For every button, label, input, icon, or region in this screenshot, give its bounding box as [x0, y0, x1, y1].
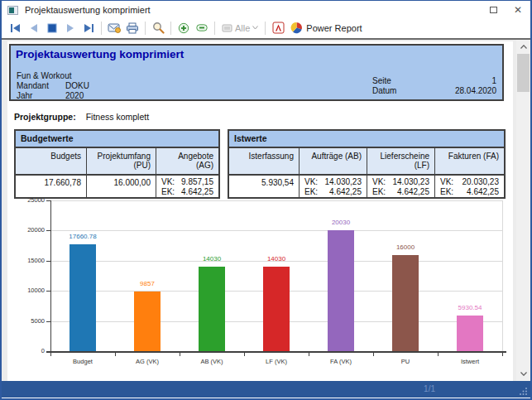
close-button[interactable]: ✕ — [506, 1, 530, 19]
bar-value-label: 17660.78 — [54, 233, 112, 240]
bar-value-label: 9857 — [118, 280, 176, 287]
datum-label: Datum — [372, 86, 396, 96]
y-axis-tick-label: 0 — [10, 347, 45, 354]
ab-value: VK:14.030,23 EK:4.642,25 — [300, 176, 367, 197]
ist-col-isterfassung: Isterfassung — [229, 148, 300, 174]
x-tick-mark — [438, 353, 439, 356]
lf-value: VK:14.030,23 EK:4.642,25 — [367, 176, 435, 197]
plot-border-right — [502, 200, 503, 351]
ag-value: VK:9.857,15 EK:4.642,25 — [156, 176, 218, 197]
alle-label: Alle — [235, 23, 250, 33]
jahr-value: 2020 — [65, 91, 84, 101]
zoom-button[interactable] — [149, 20, 167, 36]
bar-value-label: 14030 — [247, 255, 305, 263]
chart-bar — [457, 316, 483, 351]
pu-value: 16.000,00 — [87, 176, 156, 197]
budget-table-row: 17.660,78 16.000,00 VK:9.857,15 EK:4.642… — [16, 176, 218, 197]
projektgruppe-row: Projektgruppe: Fitness komplett — [14, 112, 149, 122]
chart-bar — [134, 292, 161, 351]
pages-icon — [222, 23, 232, 33]
next-page-button[interactable] — [61, 20, 79, 36]
y-axis-line — [50, 200, 51, 351]
first-page-icon — [10, 23, 22, 33]
power-report-button[interactable]: Power Report — [287, 21, 365, 35]
seite-value: 1 — [491, 76, 496, 86]
mandant-value: DOKU — [65, 81, 89, 91]
zoom-in-icon — [178, 22, 189, 34]
x-tick-mark — [244, 353, 245, 356]
scroll-up-button[interactable] — [516, 40, 530, 54]
zoom-out-button[interactable] — [193, 20, 211, 36]
toolbar-separator — [101, 22, 102, 35]
x-tick-mark — [180, 353, 180, 356]
toolbar-separator — [145, 22, 146, 35]
scrollbar-thumb[interactable] — [517, 54, 530, 92]
print-button[interactable] — [123, 20, 141, 36]
titlebar: Projektauswertung komprimiert ✕ — [2, 1, 530, 19]
zoom-out-icon — [196, 24, 208, 31]
fa-value: VK:20.030,23 EK:4.642,25 — [435, 176, 504, 197]
resize-grip[interactable] — [520, 387, 528, 395]
toolbar-separator — [170, 22, 171, 35]
toolbar: Alle Power Report — [2, 19, 530, 40]
chart-bar — [392, 255, 419, 352]
x-tick-mark — [50, 353, 51, 356]
projektgruppe-value: Fitness komplett — [86, 112, 149, 122]
gridline — [50, 230, 502, 231]
vk-label: VK: — [372, 177, 386, 187]
export-mail-icon — [108, 22, 121, 33]
bar-value-label: 5930.54 — [441, 304, 499, 311]
x-tick-mark — [115, 353, 116, 356]
chevron-up-icon — [520, 45, 527, 49]
first-page-button[interactable] — [7, 20, 25, 36]
next-page-icon — [65, 23, 75, 33]
chart-bar — [328, 230, 354, 351]
stop-icon — [47, 23, 57, 33]
chevron-down-icon — [252, 26, 258, 30]
y-axis-tick-label: 5000 — [10, 317, 45, 325]
ist-col-fa: Fakturen (FA) — [435, 148, 504, 174]
budget-col-pu: Projektumfang (PU) — [87, 148, 156, 174]
vk-label: VK: — [161, 177, 175, 187]
export-button[interactable] — [105, 20, 123, 36]
y-axis-tick-label: 25000 — [10, 196, 45, 204]
budget-col-ag: Angebote (AG) — [156, 148, 218, 174]
power-report-icon — [290, 22, 303, 34]
vertical-scrollbar[interactable] — [516, 40, 530, 381]
y-axis-tick-label: 15000 — [10, 257, 45, 264]
jahr-label: Jahr — [17, 91, 65, 101]
ab-vk-value: 14.030,23 — [325, 177, 362, 187]
zoom-icon — [152, 22, 165, 34]
toolbar-separator — [265, 22, 266, 35]
y-axis-tick-label: 20000 — [10, 226, 45, 234]
print-icon — [126, 22, 139, 34]
stop-button[interactable] — [43, 20, 61, 36]
pdf-icon — [272, 22, 285, 34]
maximize-button[interactable] — [481, 1, 506, 19]
projektgruppe-label: Projektgruppe: — [14, 112, 76, 122]
report-header: Projektauswertung komprimiert Fun & Work… — [9, 44, 504, 101]
x-axis-label: Budget — [50, 358, 115, 365]
budget-table: Budgetwerte Budgets Projektumfang (PU) A… — [14, 129, 220, 199]
ist-table: Istwerte Isterfassung Aufträge (AB) Lief… — [228, 129, 506, 199]
isterfassung-value: 5.930,54 — [229, 176, 300, 197]
bar-value-label: 14030 — [183, 255, 241, 263]
chart-bar — [263, 267, 290, 351]
report-title: Projektauswertung komprimiert — [11, 46, 502, 60]
x-axis-label: Istwert — [438, 358, 502, 365]
scroll-down-button[interactable] — [516, 367, 530, 381]
x-tick-mark — [502, 353, 503, 356]
last-page-button[interactable] — [79, 20, 98, 36]
fa-vk-value: 20.030,23 — [463, 177, 500, 187]
budget-col-budgets: Budgets — [16, 148, 87, 174]
pdf-export-button[interactable] — [269, 20, 287, 36]
ist-col-ab: Aufträge (AB) — [300, 148, 367, 174]
zoom-in-button[interactable] — [175, 20, 193, 36]
x-axis-label: PU — [373, 358, 438, 365]
ist-table-title: Istwerte — [229, 131, 504, 148]
x-tick-mark — [309, 353, 309, 356]
y-axis-tick-label: 10000 — [10, 287, 45, 294]
alle-dropdown[interactable]: Alle — [218, 22, 261, 34]
previous-page-button[interactable] — [25, 20, 43, 36]
company-name: Fun & Workout — [17, 71, 72, 81]
